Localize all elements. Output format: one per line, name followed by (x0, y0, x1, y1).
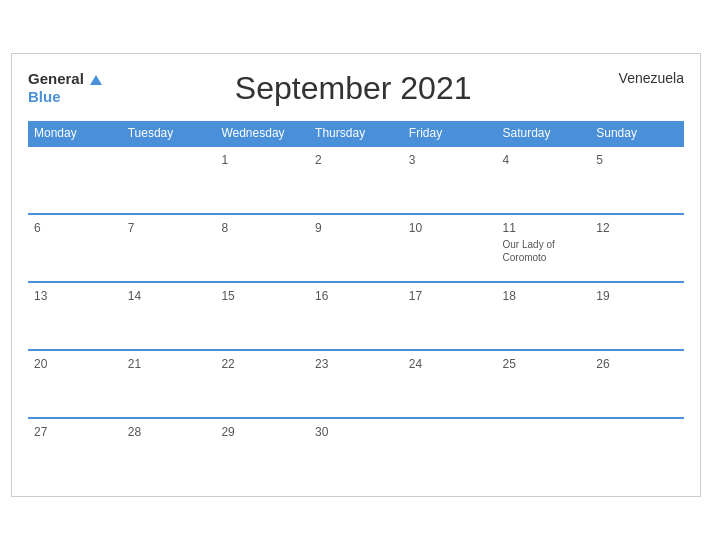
calendar-cell: 14 (122, 282, 216, 350)
calendar-container: General Blue September 2021 Venezuela Mo… (11, 53, 701, 497)
day-number: 4 (503, 153, 585, 167)
calendar-cell: 7 (122, 214, 216, 282)
weekday-header-row: MondayTuesdayWednesdayThursdayFridaySatu… (28, 121, 684, 146)
calendar-cell (403, 418, 497, 486)
logo-general-text: General (28, 70, 84, 87)
calendar-cell: 15 (215, 282, 309, 350)
day-number: 3 (409, 153, 491, 167)
calendar-thead: MondayTuesdayWednesdayThursdayFridaySatu… (28, 121, 684, 146)
day-number: 28 (128, 425, 210, 439)
calendar-cell: 10 (403, 214, 497, 282)
day-number: 10 (409, 221, 491, 235)
calendar-week-row: 12345 (28, 146, 684, 214)
day-number: 26 (596, 357, 678, 371)
day-number: 23 (315, 357, 397, 371)
calendar-cell (122, 146, 216, 214)
day-number: 9 (315, 221, 397, 235)
calendar-cell: 6 (28, 214, 122, 282)
calendar-cell: 20 (28, 350, 122, 418)
day-number: 12 (596, 221, 678, 235)
calendar-cell: 18 (497, 282, 591, 350)
day-number: 29 (221, 425, 303, 439)
calendar-cell (28, 146, 122, 214)
calendar-cell: 22 (215, 350, 309, 418)
day-number: 30 (315, 425, 397, 439)
weekday-header: Sunday (590, 121, 684, 146)
day-number: 14 (128, 289, 210, 303)
weekday-header: Wednesday (215, 121, 309, 146)
logo-triangle-icon (90, 75, 102, 85)
calendar-cell: 21 (122, 350, 216, 418)
day-number: 2 (315, 153, 397, 167)
logo-line2: Blue (28, 88, 61, 106)
calendar-cell: 5 (590, 146, 684, 214)
calendar-cell: 3 (403, 146, 497, 214)
day-number: 6 (34, 221, 116, 235)
day-number: 21 (128, 357, 210, 371)
calendar-cell: 13 (28, 282, 122, 350)
calendar-cell: 12 (590, 214, 684, 282)
day-number: 19 (596, 289, 678, 303)
calendar-cell: 23 (309, 350, 403, 418)
logo: General Blue (28, 70, 102, 106)
day-number: 1 (221, 153, 303, 167)
logo-line1: General (28, 70, 102, 88)
calendar-cell: 8 (215, 214, 309, 282)
calendar-cell: 16 (309, 282, 403, 350)
calendar-cell: 26 (590, 350, 684, 418)
day-number: 8 (221, 221, 303, 235)
day-number: 7 (128, 221, 210, 235)
calendar-cell: 2 (309, 146, 403, 214)
weekday-header: Friday (403, 121, 497, 146)
calendar-cell (590, 418, 684, 486)
calendar-cell: 1 (215, 146, 309, 214)
day-event: Our Lady of Coromoto (503, 238, 585, 264)
day-number: 11 (503, 221, 585, 235)
calendar-cell: 4 (497, 146, 591, 214)
day-number: 18 (503, 289, 585, 303)
calendar-cell: 19 (590, 282, 684, 350)
day-number: 5 (596, 153, 678, 167)
day-number: 20 (34, 357, 116, 371)
day-number: 17 (409, 289, 491, 303)
calendar-body: 1234567891011Our Lady of Coromoto1213141… (28, 146, 684, 486)
day-number: 22 (221, 357, 303, 371)
calendar-title: September 2021 (102, 70, 604, 107)
calendar-cell: 25 (497, 350, 591, 418)
calendar-country: Venezuela (604, 70, 684, 86)
day-number: 13 (34, 289, 116, 303)
calendar-header: General Blue September 2021 Venezuela (28, 70, 684, 107)
calendar-cell: 11Our Lady of Coromoto (497, 214, 591, 282)
day-number: 16 (315, 289, 397, 303)
day-number: 15 (221, 289, 303, 303)
weekday-header: Saturday (497, 121, 591, 146)
calendar-cell: 28 (122, 418, 216, 486)
calendar-week-row: 20212223242526 (28, 350, 684, 418)
calendar-week-row: 13141516171819 (28, 282, 684, 350)
calendar-cell: 30 (309, 418, 403, 486)
calendar-cell (497, 418, 591, 486)
calendar-week-row: 27282930 (28, 418, 684, 486)
logo-blue-text: Blue (28, 88, 61, 105)
weekday-header: Tuesday (122, 121, 216, 146)
day-number: 25 (503, 357, 585, 371)
calendar-cell: 24 (403, 350, 497, 418)
calendar-cell: 27 (28, 418, 122, 486)
calendar-grid: MondayTuesdayWednesdayThursdayFridaySatu… (28, 121, 684, 486)
calendar-cell: 17 (403, 282, 497, 350)
day-number: 27 (34, 425, 116, 439)
weekday-header: Monday (28, 121, 122, 146)
weekday-header: Thursday (309, 121, 403, 146)
calendar-week-row: 67891011Our Lady of Coromoto12 (28, 214, 684, 282)
day-number: 24 (409, 357, 491, 371)
calendar-cell: 9 (309, 214, 403, 282)
calendar-cell: 29 (215, 418, 309, 486)
